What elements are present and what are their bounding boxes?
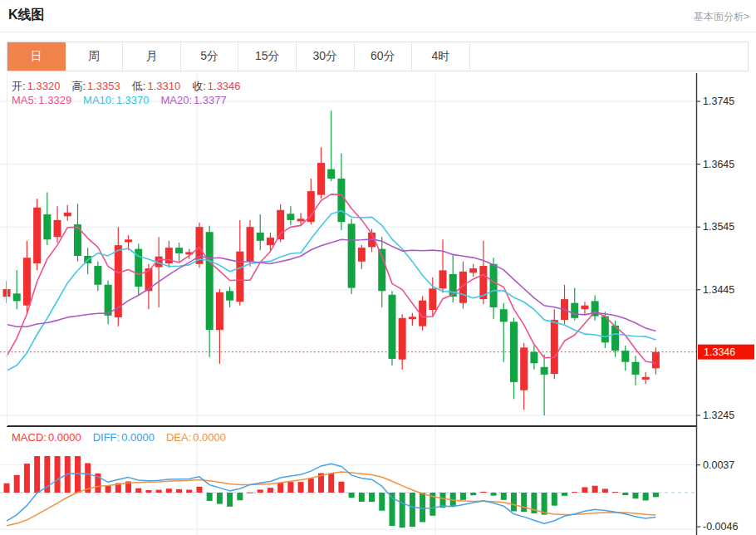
tab-15min[interactable]: 15分 [238, 42, 297, 71]
ohlc-legend: 开:1.3320高:1.3353低:1.3310收:1.3346 [12, 79, 253, 94]
legend-value: 1.3353 [87, 80, 120, 92]
legend-macd-item: DIFF:0.0000 [93, 431, 155, 444]
legend-value: 1.3346 [208, 80, 241, 92]
legend-label: MA20: [160, 94, 192, 106]
legend-value: 1.3370 [116, 94, 150, 106]
legend-label: MACD: [12, 431, 47, 444]
legend-macd-item: DEA:0.0000 [166, 431, 226, 444]
legend-ma-item: MA20:1.3377 [160, 94, 226, 106]
tab-60min[interactable]: 60分 [355, 42, 413, 71]
svg-text:1.3745: 1.3745 [703, 96, 734, 107]
legend-label: 收: [192, 80, 206, 92]
macd-legend: MACD:0.0000DIFF:0.0000DEA:0.0000 [12, 431, 238, 444]
tab-day[interactable]: 日 [7, 42, 66, 71]
legend-value: 0.0000 [121, 431, 155, 444]
legend-value: 1.3377 [194, 94, 227, 106]
legend-ohlc-item: 低:1.3310 [132, 80, 180, 92]
kline-chart-page: 1.37451.36451.35451.34451.32451.33460.00… [0, 0, 756, 535]
legend-label: 开: [12, 80, 26, 92]
svg-text:1.3245: 1.3245 [703, 410, 734, 421]
legend-ma-item: MA5:1.3329 [12, 94, 71, 106]
svg-text:1.3645: 1.3645 [703, 159, 734, 170]
legend-label: DIFF: [93, 431, 120, 444]
legend-ohlc-item: 高:1.3353 [71, 80, 120, 92]
legend-ohlc-item: 开:1.3320 [12, 80, 60, 92]
svg-text:1.3346: 1.3346 [704, 346, 735, 358]
legend-value: 1.3310 [147, 80, 180, 92]
legend-ma-item: MA10:1.3370 [83, 94, 149, 106]
legend-label: MA10: [83, 94, 115, 106]
svg-text:0.0037: 0.0037 [703, 459, 734, 471]
tab-month[interactable]: 月 [123, 42, 181, 71]
legend-value: 1.3320 [27, 80, 61, 92]
page-title: K线图 [8, 7, 45, 24]
tab-5min[interactable]: 5分 [181, 42, 239, 71]
fundamental-analysis-link[interactable]: 基本面分析> [694, 10, 749, 24]
tab-week[interactable]: 周 [66, 42, 124, 71]
tab-30min[interactable]: 30分 [297, 42, 355, 71]
legend-label: MA5: [12, 94, 37, 106]
legend-ohlc-item: 收:1.3346 [192, 80, 240, 92]
svg-text:1.3545: 1.3545 [703, 221, 734, 233]
legend-value: 1.3329 [38, 94, 71, 106]
legend-value: 0.0000 [48, 431, 81, 444]
ma-legend: MA5:1.3329MA10:1.3370MA20:1.3377 [12, 94, 238, 106]
period-tabbar: 日周月5分15分30分60分4时 [7, 42, 749, 71]
legend-value: 0.0000 [193, 431, 226, 444]
svg-text:-0.0046: -0.0046 [703, 521, 738, 533]
legend-macd-item: MACD:0.0000 [12, 431, 81, 444]
legend-label: DEA: [166, 431, 191, 444]
page-header: K线图 基本面分析> [0, 0, 756, 32]
legend-label: 高: [71, 80, 86, 92]
legend-label: 低: [132, 80, 146, 92]
svg-text:1.3445: 1.3445 [703, 284, 734, 296]
tab-4hour[interactable]: 4时 [412, 42, 470, 71]
